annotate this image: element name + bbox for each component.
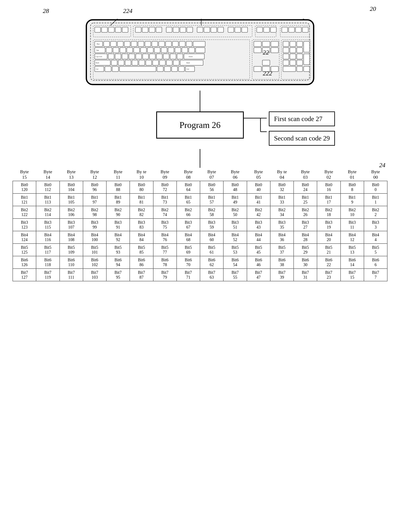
program-box: Program 26 <box>156 111 244 139</box>
svg-rect-118 <box>283 41 289 47</box>
svg-rect-29 <box>282 27 288 32</box>
svg-text:Shift: Shift <box>186 62 190 64</box>
svg-rect-88 <box>146 60 152 65</box>
svg-rect-84 <box>118 60 124 65</box>
svg-rect-86 <box>132 60 138 65</box>
svg-rect-49 <box>193 41 205 47</box>
svg-rect-87 <box>139 60 145 65</box>
svg-rect-20 <box>218 27 224 32</box>
diagram: 28 224 20 <box>12 19 388 281</box>
svg-rect-42 <box>145 41 151 47</box>
svg-rect-11 <box>149 27 155 32</box>
svg-rect-40 <box>131 41 137 47</box>
svg-rect-48 <box>186 41 192 47</box>
svg-rect-39 <box>124 41 130 47</box>
svg-rect-110 <box>254 48 261 53</box>
svg-rect-85 <box>125 60 131 65</box>
svg-text:Caps lock: Caps lock <box>95 56 102 58</box>
svg-rect-113 <box>262 60 270 65</box>
svg-text:Esc: Esc <box>97 43 100 45</box>
svg-rect-89 <box>153 60 158 65</box>
svg-rect-6 <box>115 27 121 32</box>
svg-rect-12 <box>156 27 162 32</box>
table-section: 24 ByteByteByteByteByteBy teByteByteByte… <box>12 168 388 281</box>
svg-rect-60 <box>161 48 167 53</box>
svg-rect-129 <box>283 60 289 65</box>
svg-rect-68 <box>108 54 114 59</box>
second-scan-code-label: Second scan code 29 <box>274 134 330 142</box>
ref-22-label: 22 <box>263 49 269 56</box>
svg-text:Tab: Tab <box>96 49 99 51</box>
svg-text:Ctrl: Ctrl <box>187 68 189 70</box>
svg-rect-15 <box>180 27 186 32</box>
svg-rect-128 <box>304 54 309 65</box>
svg-rect-37 <box>111 41 116 47</box>
svg-rect-76 <box>163 54 169 59</box>
svg-text:Shift: Shift <box>95 62 99 64</box>
table-row: Bit6126Bit6118Bit6110Bit6102Bit694Bit686… <box>13 256 387 269</box>
svg-rect-70 <box>122 54 128 59</box>
svg-rect-54 <box>120 48 126 53</box>
table-row: Bit7127Bit7119Bit7111Bit7103Bit795Bit787… <box>13 269 387 281</box>
table-row: Bit5125Bit5117Bit5109Bit5101Bit593Bit585… <box>13 244 387 256</box>
svg-rect-63 <box>182 48 188 53</box>
svg-rect-100 <box>157 66 163 72</box>
svg-rect-27 <box>270 27 276 32</box>
svg-rect-93 <box>180 60 203 65</box>
svg-rect-74 <box>150 54 155 59</box>
svg-rect-59 <box>154 48 160 53</box>
svg-rect-21 <box>228 27 234 32</box>
svg-text:Enter: Enter <box>189 56 193 58</box>
ref-222-label: 222 <box>263 70 272 77</box>
svg-rect-126 <box>290 54 296 59</box>
ref-28-label: 28 <box>43 7 49 14</box>
svg-rect-7 <box>122 27 128 32</box>
svg-rect-125 <box>283 54 289 59</box>
svg-rect-108 <box>262 41 270 47</box>
svg-rect-53 <box>113 48 119 53</box>
svg-rect-44 <box>159 41 165 47</box>
svg-rect-31 <box>295 27 301 32</box>
svg-rect-9 <box>135 27 141 32</box>
svg-rect-83 <box>111 60 117 65</box>
svg-rect-78 <box>177 54 183 59</box>
svg-rect-56 <box>134 48 139 53</box>
svg-rect-13 <box>166 27 172 32</box>
svg-rect-22 <box>235 27 241 32</box>
svg-rect-10 <box>142 27 148 32</box>
svg-rect-71 <box>129 54 135 59</box>
svg-rect-16 <box>187 27 193 32</box>
svg-rect-131 <box>297 60 303 65</box>
svg-rect-91 <box>166 60 172 65</box>
svg-rect-19 <box>211 27 217 32</box>
svg-rect-58 <box>147 48 153 53</box>
svg-rect-3 <box>95 27 100 32</box>
svg-rect-103 <box>179 66 184 72</box>
svg-text:Ctrl: Ctrl <box>96 68 98 70</box>
ref-20-label: 20 <box>370 5 376 12</box>
svg-rect-62 <box>175 48 181 53</box>
svg-rect-52 <box>106 48 112 53</box>
svg-rect-134 <box>304 66 309 72</box>
table-row: Bit3123Bit3115Bit3107Bit399Bit391Bit383B… <box>13 219 387 231</box>
svg-rect-5 <box>108 27 114 32</box>
svg-rect-112 <box>271 48 278 53</box>
table-row: Bit2122Bit2114Bit2106Bit298Bit290Bit282B… <box>13 206 387 219</box>
svg-rect-47 <box>179 41 185 47</box>
svg-rect-130 <box>290 60 296 65</box>
svg-rect-18 <box>204 27 210 32</box>
keyboard-svg: Esc Tab <box>85 19 315 88</box>
table-row: Bit0120Bit0112Bit0104Bit096Bit088Bit080B… <box>13 181 387 193</box>
svg-rect-127 <box>297 54 303 59</box>
table-row: Bit4124Bit4116Bit4108Bit4100Bit492Bit484… <box>13 231 387 244</box>
first-scan-code-box: First scan code 27 <box>269 111 335 126</box>
svg-rect-101 <box>164 66 171 72</box>
svg-rect-69 <box>115 54 121 59</box>
svg-rect-23 <box>242 27 248 32</box>
svg-rect-25 <box>257 27 262 32</box>
svg-rect-97 <box>105 66 111 72</box>
ref-224-label: 224 <box>123 7 132 14</box>
svg-rect-107 <box>254 41 261 47</box>
svg-rect-30 <box>289 27 294 32</box>
svg-rect-92 <box>173 60 179 65</box>
